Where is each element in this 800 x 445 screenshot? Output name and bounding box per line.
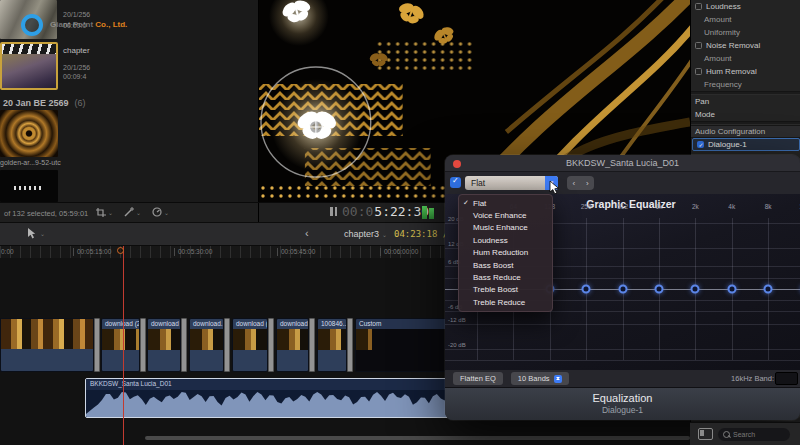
inspector-row-loudness[interactable]: Loudness [691,0,800,13]
inspector-row-audio-configuration: Audio Configuration [691,125,800,138]
video-clip[interactable]: download [147,318,181,372]
preset-menu: ✓FlatVoice EnhanceMusic EnhanceLoudnessH… [458,194,553,312]
video-clip-name: download... [190,319,223,329]
inspector-row-noise-removal[interactable]: Noise Removal [691,39,800,52]
media-browser-icon[interactable] [698,428,713,440]
ruler-label: 00:05:45:00 [277,248,315,256]
clip-date: 20/1/256 [63,11,90,19]
filmstrip-icon [2,44,56,54]
transition-handle[interactable] [347,318,353,372]
preset-dropdown[interactable]: Flat ▾ [465,176,558,190]
pointer-tool-button[interactable]: ⌄ [28,228,45,239]
menu-item-flat[interactable]: ✓Flat [459,197,552,209]
window-titlebar[interactable]: BKKDSW_Santa Lucia_D01 [445,155,800,172]
band-value-field[interactable] [775,372,798,385]
transition-handle[interactable] [268,318,274,372]
watermark-logo [21,14,43,36]
inspector-row-amount: Amount [691,13,800,26]
video-clip-name: download (2) [102,319,139,329]
band-label-8k: 8k [765,203,772,210]
checkbox[interactable] [695,3,702,10]
band-label-2k: 2k [692,203,699,210]
search-icon [723,431,730,438]
mouse-cursor [549,180,560,195]
video-clip-name: download (... [233,319,267,329]
video-clip-name: download (... [277,319,308,329]
inspector-row-mode: Mode [691,108,800,121]
chevron-down-icon: ⌄ [108,209,113,216]
checkmark-icon: ✓ [459,199,473,207]
timeline-back-button[interactable]: ‹ [305,227,309,239]
ruler-label: 0:00 [1,248,14,256]
effect-enable-checkbox[interactable] [450,177,461,188]
band-label-256: 256 [581,203,592,210]
effects-browser-bar: Search [690,422,800,445]
eq-band-handle-4k[interactable] [727,285,736,294]
menu-item-treble-reduce[interactable]: Treble Reduce [459,296,552,308]
close-window-icon[interactable] [453,160,461,168]
video-clip[interactable]: download (2) [101,318,140,372]
menu-item-hum-reduction[interactable]: Hum Reduction [459,247,552,259]
menu-item-bass-reduce[interactable]: Bass Reduce [459,271,552,283]
effect-footer: Equalization Dialogue-1 [445,387,800,420]
browser-clip-selected[interactable] [0,42,58,90]
menu-item-treble-boost[interactable]: Treble Boost [459,284,552,296]
transition-handle[interactable] [140,318,146,372]
browser-clip-thumbnail[interactable] [0,110,58,157]
clip-name: chapter [63,47,90,55]
transition-handle[interactable] [181,318,187,372]
video-clip[interactable]: download (... [276,318,309,372]
video-clip[interactable] [0,318,94,372]
transition-handle[interactable] [309,318,315,372]
timeline-tab[interactable]: chapter3⌄ [344,229,387,239]
effect-target: Dialogue-1 [445,405,800,415]
eq-band-handle-8k[interactable] [764,285,773,294]
crop-tool-button[interactable]: ⌄ [96,208,113,217]
playhead-line[interactable] [123,246,124,445]
video-clip[interactable]: download... [189,318,224,372]
band-label-512: 512 [617,203,628,210]
window-title: BKKDSW_Santa Lucia_D01 [445,155,800,171]
inspector-row-amount: Amount [691,52,800,65]
prev-preset-button[interactable]: ‹ [572,179,575,188]
eq-band-handle-2k[interactable] [691,285,700,294]
stepper-icon [554,375,562,383]
next-preset-button[interactable]: › [586,179,589,188]
menu-item-bass-boost[interactable]: Bass Boost [459,259,552,271]
checkbox[interactable] [695,68,702,75]
inspector-row-frequency: Frequency [691,78,800,91]
checkbox[interactable] [697,141,704,148]
retime-button[interactable]: ⌄ [152,207,169,217]
chevron-down-icon: ⌄ [382,232,387,238]
clip-date: 20/1/256 [63,64,90,72]
transition-handle[interactable] [94,318,100,372]
chevron-down-icon: ⌄ [40,230,45,237]
pause-icon [330,207,337,216]
eq-band-handle-256[interactable] [582,285,591,294]
clip-label: golden-ar...9-52-utc [0,159,90,166]
transition-handle[interactable] [224,318,230,372]
band-field-label: 16kHz Band: [731,374,774,383]
eq-band-handle-1k[interactable] [655,285,664,294]
menu-item-loudness[interactable]: Loudness [459,234,552,246]
ruler-label: 00:06:00:00 [380,248,418,256]
menu-item-voice-enhance[interactable]: Voice Enhance [459,209,552,221]
video-clip[interactable]: 100846... [317,318,347,372]
video-clip-name: 100846... [318,319,346,329]
timeline-scrollbar[interactable] [145,436,690,440]
media-browser: 20/1/256 00:00:0 Giant Po!nt Co., Ltd. c… [0,0,259,202]
chevron-down-icon: ⌄ [136,209,141,216]
enhancements-wand-button[interactable]: ⌄ [124,207,141,217]
playhead-marker-icon[interactable] [117,247,124,254]
checkbox[interactable] [695,42,702,49]
clip-duration: 00:09:4 [63,73,86,81]
search-input[interactable]: Search [718,428,790,441]
inspector-row-dialogue-1[interactable]: Dialogue-1 [692,138,800,151]
flatten-eq-button[interactable]: Flatten EQ [453,372,503,385]
eq-band-handle-512[interactable] [618,285,627,294]
bands-count-dropdown[interactable]: 10 Bands [511,372,569,385]
menu-item-music-enhance[interactable]: Music Enhance [459,222,552,234]
video-clip[interactable]: download (... [232,318,268,372]
inspector-row-hum-removal[interactable]: Hum Removal [691,65,800,78]
watermark-text: Giant Po!nt Co., Ltd. [50,20,127,29]
